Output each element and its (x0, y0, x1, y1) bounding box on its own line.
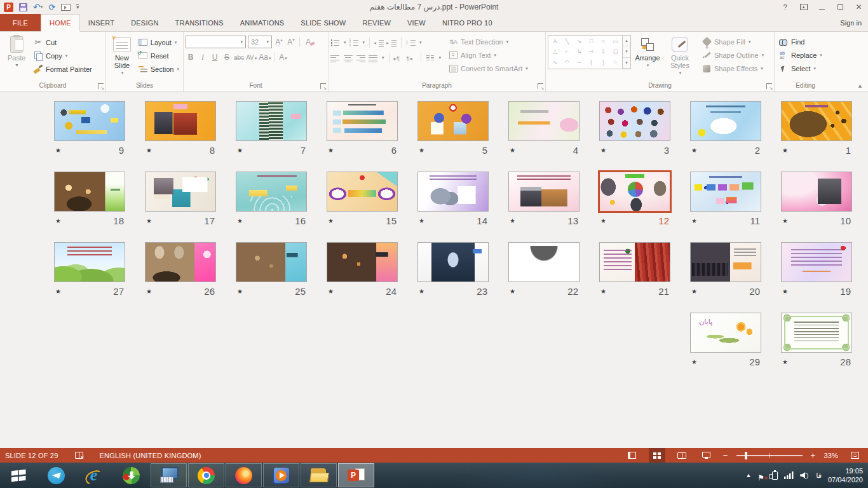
ribbon-display-options-button[interactable]: ▲ (794, 0, 813, 14)
tab-view[interactable]: VIEW (399, 14, 434, 31)
taskbar-file-explorer[interactable] (301, 463, 337, 487)
animation-indicator-star[interactable]: ★ (782, 147, 788, 154)
slideshow-view-button[interactable] (698, 448, 715, 463)
strikethrough-button[interactable]: abc (234, 54, 244, 61)
save-button[interactable] (19, 1, 27, 13)
bold-button[interactable]: B (186, 53, 196, 62)
animation-indicator-star[interactable]: ★ (782, 358, 788, 365)
slide-thumbnail-22[interactable] (508, 242, 580, 282)
quick-styles-button[interactable]: Quick Styles ▾ (664, 33, 696, 81)
animation-indicator-star[interactable]: ★ (600, 288, 606, 295)
animation-indicator-star[interactable]: ★ (510, 217, 515, 224)
customize-qat-button[interactable]: ▾ (76, 1, 79, 13)
slide-thumbnail-7[interactable] (236, 101, 307, 141)
sign-in-link[interactable]: Sign in (840, 14, 868, 31)
slide-thumbnail-25[interactable] (236, 242, 307, 282)
shape-outline-button[interactable]: Shape Outline ▾ (700, 48, 766, 62)
zoom-level[interactable]: 33% (824, 452, 838, 459)
slide-thumbnail-3[interactable] (599, 101, 670, 141)
slide-counter[interactable]: SLIDE 12 OF 29 (5, 452, 58, 459)
shape-option-3[interactable]: □ (590, 39, 593, 44)
shape-option-0[interactable]: A (553, 39, 557, 44)
replace-button[interactable]: Replace ▾ (776, 48, 824, 62)
clear-formatting-button[interactable]: A (303, 37, 313, 46)
taskbar-on-screen-keyboard[interactable] (151, 463, 187, 487)
reading-view-button[interactable] (674, 448, 690, 463)
slide-thumbnail-1[interactable] (781, 101, 852, 141)
animation-indicator-star[interactable]: ★ (691, 358, 697, 365)
taskbar-firefox[interactable] (226, 463, 262, 487)
section-button[interactable]: Section ▾ (136, 62, 181, 76)
shape-option-9[interactable]: ⇨ (589, 49, 594, 55)
animation-indicator-star[interactable]: ★ (782, 217, 788, 224)
left-to-right-button[interactable] (394, 54, 403, 62)
line-spacing-button[interactable] (406, 39, 416, 47)
animation-indicator-star[interactable]: ★ (328, 217, 334, 224)
slide-thumbnail-2[interactable] (690, 101, 761, 141)
volume-icon[interactable] (800, 471, 810, 479)
drawing-dialog-launcher[interactable] (766, 83, 772, 89)
taskbar-chrome[interactable] (188, 463, 224, 487)
slide-sorter-view-button[interactable] (649, 448, 665, 463)
grow-font-button[interactable]: A▴ (274, 37, 284, 46)
language-switcher[interactable]: فا (816, 471, 822, 480)
shape-option-4[interactable]: ○ (602, 39, 605, 44)
text-direction-button[interactable]: Text Direction ▾ (446, 35, 530, 48)
animation-indicator-star[interactable]: ★ (146, 147, 152, 154)
align-right-button[interactable] (356, 54, 365, 62)
animation-indicator-star[interactable]: ★ (782, 288, 788, 295)
shape-fill-button[interactable]: Shape Fill ▾ (700, 35, 766, 48)
taskbar-download-manager[interactable] (113, 463, 149, 487)
tab-nitro-pro[interactable]: NITRO PRO 10 (434, 14, 501, 31)
slide-thumbnail-21[interactable] (599, 242, 670, 282)
shape-option-15[interactable]: { (590, 60, 592, 65)
slide-thumbnail-28[interactable] (781, 313, 852, 353)
animation-indicator-star[interactable]: ★ (419, 147, 424, 154)
cut-button[interactable]: ✂ Cut (31, 36, 94, 49)
shape-option-8[interactable]: ↳ (577, 49, 582, 55)
shape-option-10[interactable]: ⇩ (601, 49, 606, 55)
slide-thumbnail-4[interactable] (508, 101, 580, 141)
network-signal-icon[interactable] (784, 471, 794, 479)
arrange-button[interactable]: Arrange ▾ (631, 33, 664, 81)
show-hidden-icons-button[interactable]: ▲ (745, 472, 751, 478)
slide-thumbnail-5[interactable] (417, 101, 489, 141)
animation-indicator-star[interactable]: ★ (55, 288, 61, 295)
animation-indicator-star[interactable]: ★ (419, 217, 424, 224)
shapes-gallery-scrollbar[interactable]: ▲ ▼ ▼ (623, 35, 631, 69)
zoom-out-button[interactable]: − (723, 451, 728, 459)
zoom-in-button[interactable]: + (811, 451, 816, 459)
help-button[interactable]: ? (776, 0, 794, 14)
shape-option-14[interactable]: ∼ (577, 60, 582, 65)
slide-thumbnail-6[interactable] (327, 101, 398, 141)
animation-indicator-star[interactable]: ★ (237, 217, 243, 224)
slide-thumbnail-17[interactable] (145, 172, 216, 212)
taskbar-telegram[interactable] (38, 463, 74, 487)
shapes-scroll-up-icon[interactable]: ▲ (623, 36, 630, 46)
underline-button[interactable]: U (210, 53, 220, 62)
align-center-button[interactable] (343, 54, 353, 62)
paste-button[interactable]: Paste ▼ (2, 33, 31, 81)
copy-button[interactable]: Copy ▾ (31, 49, 94, 62)
zoom-slider-thumb[interactable] (745, 452, 747, 459)
animation-indicator-star[interactable]: ★ (146, 288, 152, 295)
format-painter-button[interactable]: Format Painter (31, 62, 94, 76)
tab-design[interactable]: DESIGN (123, 14, 166, 31)
slide-thumbnail-10[interactable] (781, 172, 852, 212)
animation-indicator-star[interactable]: ★ (419, 288, 424, 295)
start-slideshow-button[interactable] (61, 1, 71, 13)
font-color-button[interactable]: A▾ (278, 53, 288, 62)
animation-indicator-star[interactable]: ★ (328, 288, 334, 295)
animation-indicator-star[interactable]: ★ (55, 217, 61, 224)
slide-thumbnail-26[interactable] (145, 242, 216, 282)
layout-button[interactable]: Layout ▾ (136, 36, 181, 49)
shape-option-2[interactable]: ↘ (577, 39, 582, 44)
restore-button[interactable] (831, 0, 850, 14)
slide-thumbnail-15[interactable] (327, 172, 398, 212)
change-case-button[interactable]: Aa▾ (259, 53, 271, 62)
collapse-ribbon-button[interactable]: ▲ (857, 83, 863, 89)
font-size-combo[interactable]: 32▾ (248, 36, 272, 48)
animation-indicator-star[interactable]: ★ (691, 147, 697, 154)
animation-indicator-star[interactable]: ★ (237, 147, 243, 154)
undo-button[interactable]: ↶▾ (33, 1, 43, 13)
